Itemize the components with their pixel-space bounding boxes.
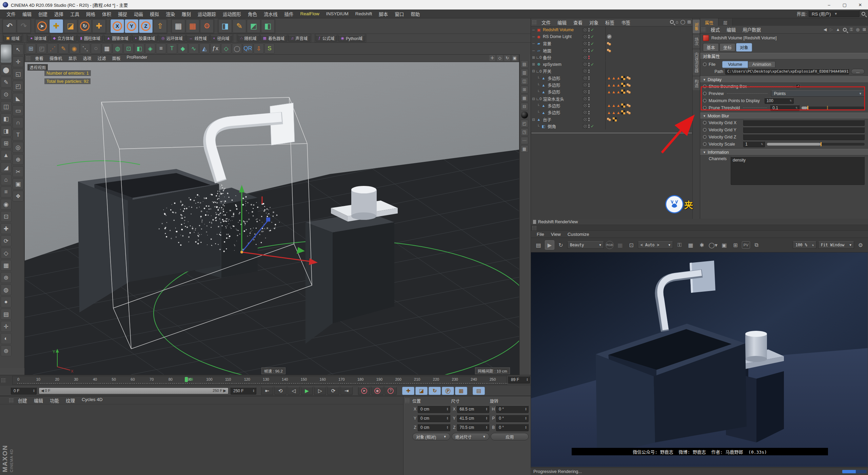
lock-icon[interactable]: ⚿: [850, 27, 853, 32]
restart-render-icon[interactable]: ↻: [556, 240, 566, 250]
material-menu-创建[interactable]: 创建: [15, 396, 30, 405]
object-row-多边形[interactable]: └▲多边形▲▲▲: [531, 109, 692, 116]
playhead[interactable]: [185, 377, 188, 382]
coord-field-1-0[interactable]: 0 cm▲▼: [418, 415, 450, 422]
menu-RealFlow[interactable]: RealFlow: [297, 10, 322, 17]
wire-sphere-icon[interactable]: ◯: [232, 43, 242, 54]
prune-field[interactable]: 0.1⇅: [770, 105, 800, 111]
viewport-canvas[interactable]: Y X: [25, 62, 519, 375]
palette-tool-15[interactable]: ◇: [1, 248, 12, 259]
palette-tool-2[interactable]: ⊙: [1, 89, 12, 100]
palette-tool-13[interactable]: ✚: [1, 223, 12, 234]
coord-mode-dropdown[interactable]: 对象 (相对)▼: [412, 433, 450, 440]
minimize-button[interactable]: –: [821, 0, 837, 10]
play-button[interactable]: ▶: [301, 387, 313, 395]
object-row-台子[interactable]: ⊟▲台子: [531, 116, 692, 123]
visibility-dots[interactable]: [588, 118, 590, 121]
menu-工具[interactable]: 工具: [67, 10, 82, 18]
rv-menu-Customize[interactable]: Customize: [565, 231, 592, 238]
visibility-dots[interactable]: [588, 125, 590, 128]
palette-tool-23[interactable]: ⊚: [1, 345, 12, 356]
panel-grip[interactable]: [532, 20, 537, 25]
tree-line[interactable]: └: [536, 111, 541, 114]
show-bbox-checkbox[interactable]: ✓: [796, 84, 800, 89]
fit-dropdown[interactable]: Fit Window▼: [818, 241, 854, 249]
menu-创建[interactable]: 创建: [35, 10, 51, 18]
viewport-nav-icon-0[interactable]: ✛: [489, 55, 495, 61]
key-rotation-button[interactable]: ↻: [429, 387, 441, 395]
path-squares-icon[interactable]: ⋱: [80, 43, 90, 54]
restore-button[interactable]: ▢: [837, 0, 852, 10]
aov-dropdown[interactable]: Beauty▼: [567, 241, 604, 249]
polygon-selection-tag[interactable]: ▲: [616, 83, 620, 88]
uv-tag[interactable]: [621, 110, 626, 115]
coord-field-0-2[interactable]: 0 °▲▼: [496, 405, 529, 413]
auto-dropdown[interactable]: < Auto >▼: [638, 241, 673, 249]
undo-button[interactable]: ↶: [3, 19, 16, 33]
attr-menu-模式[interactable]: 模式: [708, 25, 723, 34]
palette-tool-17[interactable]: ⊛: [1, 272, 12, 283]
palette-tool-b9[interactable]: ⊕: [13, 154, 23, 165]
history-forward-icon[interactable]: ▷: [830, 27, 833, 32]
material-menu-功能[interactable]: 功能: [47, 396, 62, 405]
copy-icon[interactable]: ⧉: [752, 240, 761, 250]
visibility-dots[interactable]: [588, 28, 590, 32]
panel-grip[interactable]: [26, 56, 31, 61]
palette-tool-7[interactable]: ▲: [1, 150, 12, 161]
menu-流水线[interactable]: 流水线: [261, 10, 281, 18]
tab-attributes[interactable]: 属性: [700, 18, 718, 26]
polygon-selection-tag[interactable]: ▲: [607, 90, 611, 94]
tree-line[interactable]: ─: [531, 42, 536, 45]
menu-选择[interactable]: 选择: [51, 10, 66, 18]
field-button-径向域[interactable]: ◐径向域: [211, 35, 232, 41]
layer-toggle[interactable]: [583, 103, 587, 108]
palette-tool-14[interactable]: ⟳: [1, 235, 12, 246]
file-radio[interactable]: [703, 62, 707, 66]
enabled-state[interactable]: ✓: [591, 62, 595, 67]
browse-button[interactable]: ...: [851, 69, 865, 74]
layer-toggle[interactable]: [583, 97, 587, 101]
start-frame-field[interactable]: 0 F▲▼: [11, 387, 37, 395]
bend-icon[interactable]: S: [264, 43, 275, 54]
side-strip-icon-2[interactable]: ◫: [521, 77, 528, 85]
rgb-channels-icon[interactable]: RGB: [606, 241, 614, 249]
enabled-state[interactable]: ✓: [591, 34, 595, 39]
tree-line[interactable]: ─: [531, 35, 536, 39]
search-icon[interactable]: [670, 20, 674, 24]
side-strip-icon-7[interactable]: ◰: [521, 120, 528, 127]
spline-pen-icon[interactable]: ✎: [58, 43, 68, 54]
om-menu-查看[interactable]: 查看: [570, 18, 586, 27]
gear-icon[interactable]: ⚙: [856, 240, 865, 250]
palette-tool-b0[interactable]: ↖: [13, 44, 23, 55]
preview-dropdown[interactable]: Points▼: [771, 90, 865, 97]
field-button-立方体域[interactable]: ◆立方体域: [50, 35, 76, 41]
tree-line[interactable]: ─: [531, 28, 536, 32]
field-button-声音域[interactable]: ♫声音域: [288, 35, 310, 41]
material-tag[interactable]: [607, 118, 612, 121]
stairs-icon[interactable]: ≡: [156, 43, 166, 54]
field-button-远环体域[interactable]: ◎远环体域: [159, 35, 185, 41]
polygon-selection-tag[interactable]: ▲: [612, 103, 616, 108]
drop-arrow-icon[interactable]: ⇩: [254, 43, 264, 54]
object-row-倒角[interactable]: └◧倒角✓: [531, 123, 692, 130]
render-image[interactable]: 微信公众号: 野鹿志 微博: 野鹿志 作者: 马鹿野郎 (0.33s): [531, 252, 868, 468]
prune-radio[interactable]: [703, 106, 707, 110]
animation-tab-button[interactable]: Animation: [748, 61, 776, 68]
viewport-menu-面板[interactable]: 面板: [110, 54, 123, 62]
palette-tool-18[interactable]: ◍: [1, 284, 12, 295]
menu-雕刻[interactable]: 雕刻: [179, 10, 194, 18]
coord-field-0-1[interactable]: 68.5 cm▲▼: [457, 405, 490, 413]
enabled-state[interactable]: ✓: [591, 124, 595, 129]
palette-tool-11[interactable]: ◉: [1, 199, 12, 210]
vscale-slider[interactable]: [767, 143, 865, 146]
palette-tool-b11[interactable]: ▣: [13, 178, 23, 189]
instance-cubes-icon[interactable]: ⊡: [123, 43, 134, 54]
filter-icon[interactable]: ◯: [680, 19, 686, 24]
object-row-多边形[interactable]: └▲多边形▲▲▲: [531, 89, 692, 95]
record-objects-button[interactable]: ➤: [358, 387, 370, 395]
menu-运动跟踪[interactable]: 运动跟踪: [195, 10, 219, 18]
view-label[interactable]: 透视视图: [27, 64, 48, 71]
object-row-多边形[interactable]: └▲多边形▲▲▲: [531, 102, 692, 109]
visibility-dots[interactable]: [588, 49, 590, 52]
layer-toggle[interactable]: [583, 62, 587, 66]
